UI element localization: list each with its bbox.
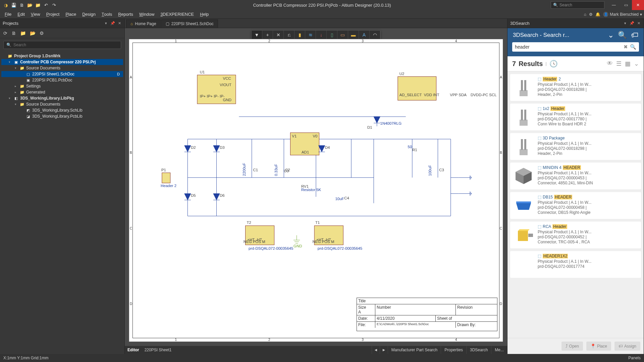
panel-dropdown-icon[interactable]: ▾ <box>104 21 108 26</box>
file-icon[interactable]: 🗎 <box>11 31 16 36</box>
tab-sheet[interactable]: 220PSI Sheet1 <box>145 348 172 352</box>
panel-dropdown-icon[interactable]: ▾ <box>623 21 628 26</box>
bus-icon[interactable]: ≋ <box>305 31 316 39</box>
scroll-left-icon[interactable]: ◄ <box>372 346 380 354</box>
result-card[interactable]: ⬚ RCA HeaderPhysical Product | A.1 | In … <box>510 222 641 248</box>
open-button[interactable]: ⤴ Open <box>561 342 583 351</box>
minimize-button[interactable]: — <box>608 0 620 10</box>
panel-close-icon[interactable]: ✕ <box>636 21 641 26</box>
canvas[interactable]: ▼ + ✕ ⎌ ▮ ≋ ↓ ▯ ▭ ▬ A ◠ 11223344AABBCCDD <box>125 28 507 346</box>
refresh-icon[interactable]: ⟳ <box>3 31 7 36</box>
panel-pin-icon[interactable]: 📌 <box>110 21 115 26</box>
3dsearch-input[interactable] <box>515 44 622 50</box>
projects-search[interactable]: 🔍 <box>3 41 121 49</box>
menu-file[interactable]: File <box>2 10 14 18</box>
filter-icon[interactable]: ▼ <box>252 31 262 39</box>
maximize-button[interactable]: ▭ <box>620 0 632 10</box>
tab-editor[interactable]: Editor <box>127 348 139 352</box>
eye-icon[interactable]: 👁 <box>607 60 613 67</box>
save-icon[interactable]: 💾 <box>11 2 17 8</box>
grid-view-icon[interactable]: ▦ <box>625 60 631 67</box>
tab-manufacturer[interactable]: Manufacturer Part Search <box>388 346 441 354</box>
tree-item[interactable]: ▾📁Source Documents <box>1 65 123 71</box>
home-icon[interactable]: ⌂ <box>584 12 586 17</box>
redo-icon[interactable]: ↷ <box>51 2 57 8</box>
menu-window[interactable]: Window <box>137 10 157 18</box>
svg-text:T2: T2 <box>247 221 251 225</box>
notifications-icon[interactable]: 🔔 <box>595 12 600 17</box>
tab-3dsearch[interactable]: 3DSearch <box>466 346 491 354</box>
menu-view[interactable]: View <box>28 10 43 18</box>
document-tabs: ⌂Home Page▢220PSI Sheet1.SchDoc <box>125 19 507 28</box>
clear-icon[interactable]: ✖ <box>624 44 628 50</box>
global-search[interactable]: 🔍 Search <box>551 1 604 9</box>
folder-icon[interactable]: 📁 <box>20 31 26 36</box>
menu-tools[interactable]: Tools <box>99 10 115 18</box>
tag-icon[interactable]: 🏷 <box>631 31 638 40</box>
menu-edit[interactable]: Edit <box>15 10 28 18</box>
result-card[interactable]: ⬚ DB15 HEADERPhysical Product | A.1 | In… <box>510 192 641 219</box>
doc-tab[interactable]: ⌂Home Page <box>126 19 161 28</box>
panels-button[interactable]: Panels <box>628 356 641 360</box>
tab-messages[interactable]: Me... <box>491 346 507 354</box>
search-icon[interactable]: 🔍 <box>630 44 636 50</box>
settings-gear-icon[interactable]: ⚙ <box>589 12 593 17</box>
menu-design[interactable]: Design <box>79 10 98 18</box>
menu-reports[interactable]: Reports <box>115 10 136 18</box>
open-folder-icon[interactable]: 📂 <box>27 2 33 8</box>
menu-place[interactable]: Place <box>63 10 79 18</box>
plus-icon[interactable]: + <box>262 31 273 39</box>
tab-properties[interactable]: Properties <box>441 346 466 354</box>
panel-pin-icon[interactable]: 📌 <box>630 21 634 26</box>
chevron-down-icon[interactable]: ⌄ <box>608 31 614 40</box>
place-button[interactable]: 📍 Place <box>586 342 611 351</box>
tree-item[interactable]: ▢220PSI Sheet1.SchDocD <box>1 71 123 77</box>
cross-icon[interactable]: ✕ <box>273 31 284 39</box>
filter-icon[interactable]: ☰ <box>616 60 622 67</box>
tree-item[interactable]: ▾📁Source Documents <box>1 101 123 107</box>
tree-item[interactable]: ▸📁Generated <box>1 89 123 95</box>
tree-item[interactable]: ▾◧3DS_WorkingLibrary.LibPkg <box>1 95 123 101</box>
part-icon[interactable]: ▬ <box>348 31 359 39</box>
scroll-right-icon[interactable]: ► <box>380 346 388 354</box>
tree-item[interactable]: ▣220PSI PCB1.PcbDoc <box>1 77 123 83</box>
net-label-icon[interactable]: ▮ <box>294 31 305 39</box>
tree-item[interactable]: 📁Project Group 1.DsnWrk <box>1 53 123 59</box>
chevron-down-icon[interactable]: ⌄ <box>634 60 639 67</box>
tree-item[interactable]: ▾▣Controller PCB Compressor 220 PSI.Prj <box>1 59 123 65</box>
result-card[interactable]: ⬚ 1x2 HeaderPhysical Product | A.1 | In … <box>510 104 641 130</box>
arc-icon[interactable]: ◠ <box>370 31 380 39</box>
close-button[interactable]: ✕ <box>632 0 644 10</box>
result-card[interactable]: ⬚ MINIDIN 4 HEADERPhysical Product | A.1… <box>510 163 641 189</box>
doc-tab[interactable]: ▢220PSI Sheet1.SchDoc <box>161 19 218 28</box>
text-icon[interactable]: A <box>359 31 370 39</box>
menu-3dexperience[interactable]: 3DEXPERIENCE <box>158 10 197 18</box>
user-menu[interactable]: 👤 Mark Bierschied ▾ <box>603 12 642 17</box>
assign-button[interactable]: 🏷 Assign <box>614 342 640 351</box>
save-all-icon[interactable]: 🗎 <box>19 2 25 8</box>
projects-search-input[interactable] <box>13 43 118 47</box>
tree-item[interactable]: ◩3DS_WorkingLibrary.SchLib <box>1 107 123 113</box>
result-card[interactable]: ⬚ HEADER1X2Physical Product | A.1 | In W… <box>510 251 641 278</box>
folder-2-icon[interactable]: 📂 <box>30 31 36 36</box>
open-folder-2-icon[interactable]: 📁 <box>35 2 41 8</box>
search-icon[interactable]: 🔍 <box>618 31 627 40</box>
result-card[interactable]: ⬚ 3D PackagePhysical Product | A.1 | In … <box>510 133 641 160</box>
undo-icon[interactable]: ↶ <box>43 2 49 8</box>
panel-close-icon[interactable]: ✕ <box>117 21 122 26</box>
menu-help[interactable]: Help <box>197 10 211 18</box>
sheet-icon[interactable]: ▭ <box>337 31 348 39</box>
result-type: Physical Product | A.1 | In W... <box>538 200 638 205</box>
tree-item[interactable]: ▸📁Settings <box>1 83 123 89</box>
schematic-svg: U1 VCC VIOUT GND IP+ IP+ IP- IP- U2 AD_S… <box>133 43 499 338</box>
power-port-icon[interactable]: ↓ <box>316 31 327 39</box>
component-icon[interactable]: ▯ <box>327 31 337 39</box>
result-desc: Connector, DB15 Right-Angle <box>538 210 638 215</box>
svg-marker-43 <box>374 117 380 123</box>
menu-project[interactable]: Project <box>44 10 62 18</box>
tree-item[interactable]: ◪3DS_WorkingLibrary.PcbLib <box>1 113 123 119</box>
break-icon[interactable]: ⎌ <box>284 31 294 39</box>
history-icon[interactable]: 🕓 <box>549 60 558 68</box>
result-card[interactable]: ⬚ Header 2Physical Product | A.1 | In W.… <box>510 74 641 101</box>
gear-icon[interactable]: ⚙ <box>40 31 44 36</box>
